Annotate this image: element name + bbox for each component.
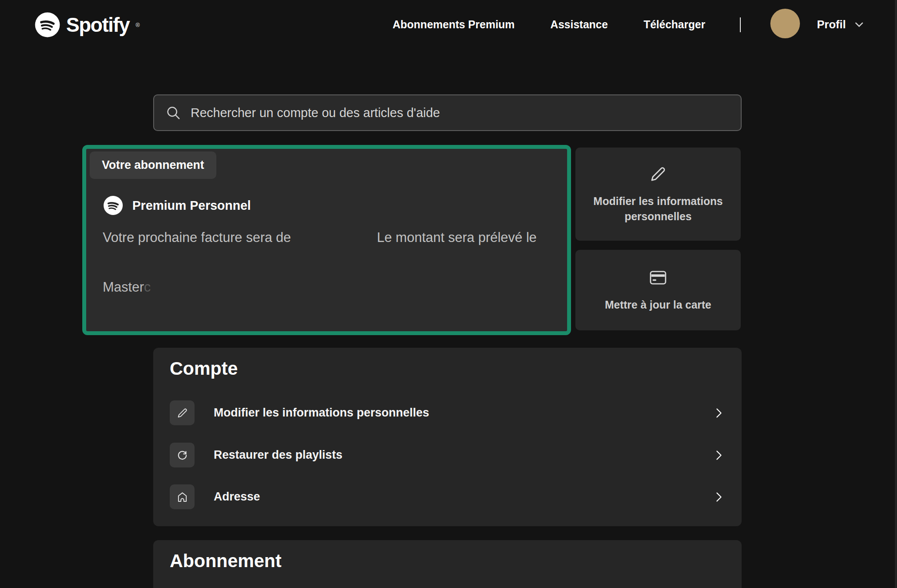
header: Spotify ® Abonnements Premium Assistance… bbox=[0, 0, 897, 50]
search-icon bbox=[165, 105, 181, 121]
list-item-label: Adresse bbox=[214, 490, 260, 504]
nav-download[interactable]: Télécharger bbox=[644, 18, 706, 31]
brand-wordmark: Spotify bbox=[66, 13, 129, 37]
pencil-icon bbox=[176, 407, 189, 420]
account-section: Compte Modifier les informations personn… bbox=[153, 348, 742, 526]
profile-label: Profil bbox=[817, 18, 846, 31]
home-icon bbox=[176, 491, 189, 504]
nav-assistance[interactable]: Assistance bbox=[551, 18, 608, 31]
plan-name: Premium Personnel bbox=[132, 198, 251, 213]
icon-tile bbox=[170, 400, 195, 425]
plan-row: Premium Personnel bbox=[103, 195, 251, 216]
spotify-icon bbox=[34, 11, 61, 38]
icon-tile bbox=[170, 484, 195, 509]
subscription-badge: Votre abonnement bbox=[90, 151, 216, 179]
edit-personal-info-card[interactable]: Modifier les informations personnelles bbox=[575, 148, 741, 241]
charge-date-label: Le montant sera prélevé le bbox=[377, 230, 537, 245]
credit-card-icon bbox=[648, 268, 668, 288]
payment-method: Masterc bbox=[103, 279, 151, 295]
list-item-label: Restaurer des playlists bbox=[214, 448, 343, 462]
nav-premium[interactable]: Abonnements Premium bbox=[393, 18, 515, 31]
chevron-down-icon bbox=[853, 18, 866, 31]
list-item-label: Modifier les informations personnelles bbox=[214, 406, 429, 420]
icon-tile bbox=[170, 443, 195, 467]
payment-method-text: Master bbox=[103, 279, 144, 295]
avatar[interactable] bbox=[770, 9, 800, 38]
refresh-icon bbox=[176, 449, 189, 462]
list-item-address[interactable]: Adresse bbox=[170, 484, 725, 509]
scrollbar[interactable] bbox=[895, 0, 897, 588]
registered-mark: ® bbox=[135, 22, 140, 28]
subscription-card-highlighted: Votre abonnement Premium Personnel Votre… bbox=[82, 145, 571, 335]
chevron-right-icon bbox=[712, 491, 725, 504]
profile-menu[interactable]: Profil bbox=[817, 0, 866, 49]
payment-method-clipped: c bbox=[144, 279, 151, 295]
chevron-right-icon bbox=[712, 407, 725, 420]
account-section-title: Compte bbox=[170, 358, 238, 379]
pencil-icon bbox=[648, 164, 668, 184]
spotify-plan-icon bbox=[103, 195, 124, 216]
search-bar bbox=[153, 94, 742, 131]
search-input[interactable] bbox=[190, 105, 729, 121]
spotify-logo[interactable]: Spotify ® bbox=[34, 11, 140, 38]
update-card-card[interactable]: Mettre à jour la carte bbox=[575, 250, 741, 330]
main-nav: Abonnements Premium Assistance Télécharg… bbox=[393, 0, 705, 49]
spotify-account-page: Spotify ® Abonnements Premium Assistance… bbox=[0, 0, 897, 588]
chevron-right-icon bbox=[712, 449, 725, 462]
subscription-section-title: Abonnement bbox=[170, 551, 282, 571]
subscription-section: Abonnement bbox=[153, 540, 742, 588]
quick-action-label: Modifier les informations personnelles bbox=[591, 194, 726, 224]
header-divider bbox=[740, 17, 741, 32]
quick-action-label: Mettre à jour la carte bbox=[605, 297, 712, 312]
list-item-restore-playlists[interactable]: Restaurer des playlists bbox=[170, 443, 725, 467]
list-item-edit-personal-info[interactable]: Modifier les informations personnelles bbox=[170, 400, 725, 425]
next-invoice-label: Votre prochaine facture sera de bbox=[103, 230, 291, 245]
